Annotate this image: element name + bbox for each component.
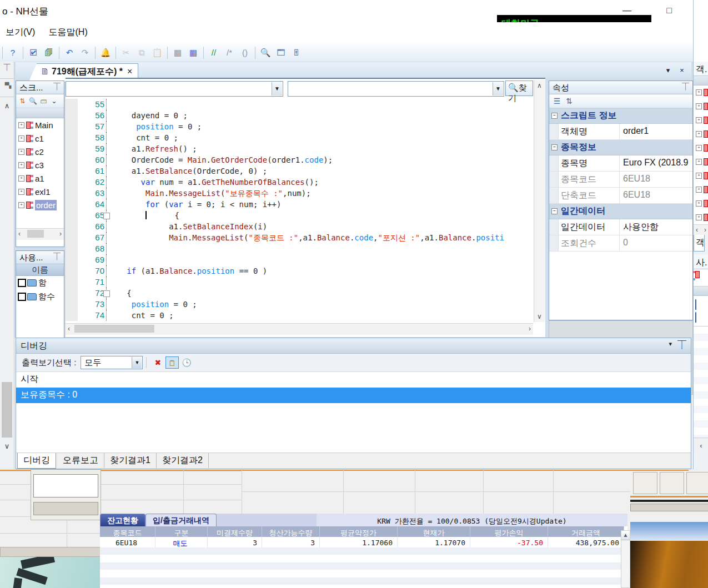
pin-icon[interactable]: ⏉ bbox=[677, 340, 686, 350]
tab-close-icon[interactable]: × bbox=[127, 67, 132, 76]
object-tree-item[interactable]: + bbox=[694, 86, 708, 99]
user-panel2-header[interactable]: 사. bbox=[694, 255, 708, 269]
expand-icon[interactable]: + bbox=[18, 135, 24, 142]
undo-icon[interactable]: ↶ bbox=[62, 46, 77, 59]
code-line[interactable]: 72 { bbox=[66, 288, 531, 299]
code-line[interactable]: 57 position = 0 ; bbox=[66, 121, 531, 132]
control-icon[interactable]: 🎚 bbox=[289, 46, 304, 59]
expand-icon[interactable]: + bbox=[696, 103, 702, 109]
fold-icon[interactable] bbox=[103, 290, 110, 297]
property-value[interactable]: 사용안함 bbox=[620, 219, 692, 235]
property-value[interactable]: Euro FX (2018.9 bbox=[620, 155, 692, 171]
code-line[interactable]: 63 Main.MessageList("보유종목수 :",num); bbox=[66, 188, 531, 199]
tree-item-Main[interactable]: +Main bbox=[16, 118, 64, 132]
object-tree-item[interactable]: + bbox=[694, 141, 708, 155]
property-value[interactable]: 6EU18 bbox=[620, 172, 692, 187]
checkbox[interactable] bbox=[18, 279, 26, 287]
checkbox[interactable] bbox=[18, 293, 26, 301]
property-row[interactable]: 종목코드6EU18 bbox=[549, 172, 692, 188]
code-area[interactable]: 5556 dayend = 0 ;57 position = 0 ;58 cnt… bbox=[66, 99, 531, 321]
maximize-button[interactable]: □ bbox=[660, 3, 679, 18]
code-line[interactable]: 65 { bbox=[66, 210, 531, 221]
block-comment-icon[interactable]: /* bbox=[222, 46, 237, 59]
property-value[interactable]: 0 bbox=[620, 235, 692, 251]
object-tree-item[interactable]: + bbox=[694, 197, 708, 210]
user-function-item[interactable]: 함수 bbox=[16, 290, 64, 304]
tab-close-pane-icon[interactable]: × bbox=[676, 66, 687, 76]
code-line[interactable]: 64 for (var i = 0; i < num; i++) bbox=[66, 199, 531, 210]
time-icon[interactable]: 🕒 bbox=[180, 356, 193, 369]
property-row[interactable]: 단축코드6EU18 bbox=[549, 188, 692, 204]
code-line[interactable]: 67 Main.MessageList("종목코드 :",a1.Balance.… bbox=[66, 232, 531, 243]
tree-item-exl1[interactable]: +exl1 bbox=[16, 185, 64, 198]
script-panel-header[interactable]: 스크...⏉ bbox=[16, 81, 64, 94]
debug-panel-header[interactable]: 디버깅 ⏉ ▾ bbox=[16, 338, 691, 354]
debug-output-list[interactable]: 시작보유종목수 : 0 bbox=[16, 372, 691, 403]
expand-icon[interactable]: + bbox=[696, 200, 702, 207]
object-tree-hscrollbar[interactable]: ‹› bbox=[694, 224, 708, 235]
code-line[interactable]: 59 a1.Refresh() ; bbox=[66, 143, 531, 154]
chevron-down-icon[interactable]: ▼ bbox=[272, 82, 282, 96]
expand-icon[interactable]: + bbox=[696, 159, 702, 165]
search-icon[interactable]: 🔍 bbox=[28, 96, 38, 106]
expand-icon[interactable]: + bbox=[18, 175, 24, 182]
object-tree-item[interactable]: + bbox=[694, 113, 708, 127]
property-group-스크립트 정보[interactable]: −스크립트 정보 bbox=[549, 108, 692, 124]
scroll-up-icon[interactable]: ∧ bbox=[0, 97, 14, 110]
fold-icon[interactable] bbox=[103, 213, 110, 219]
scroll-left-icon[interactable]: ‹ bbox=[694, 438, 708, 453]
sort-az-icon[interactable]: ⇅ bbox=[563, 96, 575, 106]
add-object-icon[interactable] bbox=[694, 269, 708, 287]
object-tree-item[interactable]: + bbox=[694, 169, 708, 183]
object-tree-item[interactable]: + bbox=[694, 183, 708, 197]
user-panel-header[interactable]: 사용...⏉ bbox=[16, 251, 64, 264]
debug-tab-찾기결과1[interactable]: 찾기결과1 bbox=[104, 453, 157, 468]
parens-icon[interactable]: () bbox=[238, 46, 252, 59]
code-line[interactable]: 61 a1.SetBalance(OrderCode, 0) ; bbox=[66, 165, 531, 177]
code-line[interactable]: 60 OrderCode = Main.GetOrderCode(order1.… bbox=[66, 154, 531, 165]
tab-list-dropdown-icon[interactable]: ▾ bbox=[662, 66, 674, 76]
form-ok-icon[interactable]: 🗔 bbox=[274, 46, 288, 59]
editor-vscrollbar[interactable]: ∧∨ bbox=[534, 80, 545, 322]
expand-icon[interactable]: + bbox=[696, 173, 702, 179]
expand-icon[interactable]: + bbox=[696, 214, 702, 220]
code-line[interactable]: 66 a1.SetBalanceIndex(i) bbox=[66, 221, 531, 232]
object-panel-header[interactable]: 객. bbox=[694, 62, 708, 76]
output-filter-combo[interactable]: 모두 ▼ bbox=[81, 356, 143, 369]
tree-item-order[interactable]: +order bbox=[16, 198, 64, 212]
expand-icon[interactable]: + bbox=[18, 162, 24, 168]
balance-tab-입/출금거래내역[interactable]: 입/출금거래내역 bbox=[145, 514, 217, 526]
expand-icon[interactable]: + bbox=[18, 122, 24, 128]
code-line[interactable]: 74 cnt = 0 ; bbox=[66, 310, 531, 321]
property-row[interactable]: 조회건수0 bbox=[549, 235, 692, 252]
overflow-icon[interactable]: ⌄ bbox=[49, 96, 59, 106]
pin-icon[interactable]: ⏉ bbox=[53, 253, 61, 261]
properties-panel-header[interactable]: 속성⏉ bbox=[549, 81, 692, 94]
categorized-icon[interactable]: ☰ bbox=[551, 96, 563, 106]
code-line[interactable]: 55 bbox=[66, 99, 531, 110]
script-check-icon[interactable]: 🗹 bbox=[26, 46, 41, 59]
expand-icon[interactable]: + bbox=[18, 149, 24, 155]
editor-hscrollbar[interactable]: ‹› bbox=[66, 323, 533, 335]
overflow-icon[interactable]: ▝▚ bbox=[0, 79, 14, 97]
object-combo[interactable]: ▼ bbox=[66, 81, 283, 97]
property-group-일간데이터[interactable]: −일간데이터 bbox=[549, 204, 692, 219]
object-tree-item[interactable]: + bbox=[694, 127, 708, 141]
line-comment-icon[interactable]: // bbox=[207, 46, 221, 59]
code-line[interactable]: 73 position = 0 ; bbox=[66, 299, 531, 310]
menu-help[interactable]: 도움말(H) bbox=[43, 22, 93, 43]
event-combo[interactable]: ▼ bbox=[288, 81, 504, 97]
library-icon[interactable]: 🗃 bbox=[38, 96, 49, 106]
expand-icon[interactable]: + bbox=[696, 145, 702, 151]
property-value[interactable]: 6EU18 bbox=[620, 188, 692, 203]
code-line[interactable]: 62 var num = a1.GetTheNumberOfBalances()… bbox=[66, 177, 531, 188]
pin-icon[interactable]: ⏉ bbox=[0, 62, 14, 79]
expand-icon[interactable]: + bbox=[18, 202, 24, 208]
code-line[interactable]: 70 if (a1.Balance.position == 0 ) bbox=[66, 265, 531, 277]
code-line[interactable]: 71 bbox=[66, 277, 531, 288]
clear-icon[interactable]: ✖ bbox=[151, 356, 164, 369]
balance-tab-잔고현황[interactable]: 잔고현황 bbox=[100, 514, 145, 526]
search-icon[interactable]: 🔍 bbox=[258, 46, 273, 59]
tree-item-a1[interactable]: +a1 bbox=[16, 172, 64, 185]
user-panel-column-header[interactable]: 이름 bbox=[16, 264, 64, 276]
